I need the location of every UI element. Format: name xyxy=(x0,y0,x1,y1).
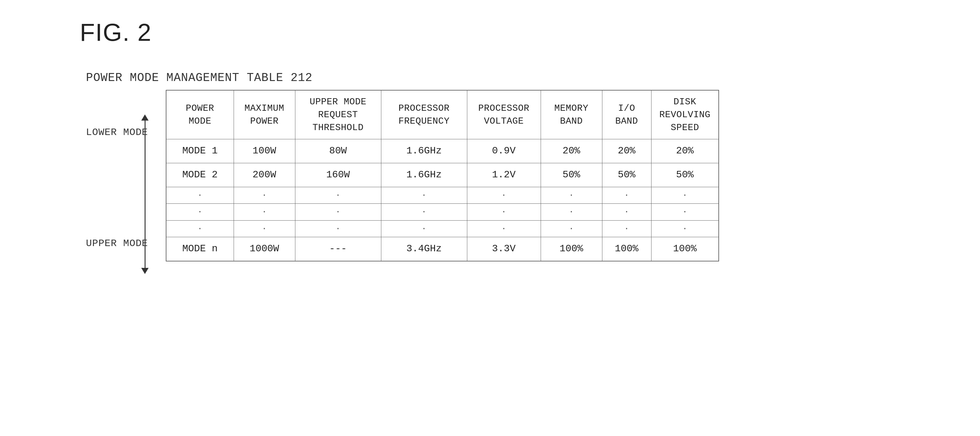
cell-mode-n-io-band: 100% xyxy=(602,237,651,261)
cell-mode-n-disk-speed: 100% xyxy=(651,237,719,261)
header-io-band: I/O BAND xyxy=(602,90,651,139)
bidirectional-arrow xyxy=(141,114,149,274)
cell-mode-n-power-mode: MODE n xyxy=(166,237,234,261)
lower-mode-label: LOWER MODE xyxy=(86,127,148,138)
cell-mode-n-mem-band: 100% xyxy=(541,237,602,261)
table-row-dots-2: · · · · · · · · xyxy=(166,204,719,220)
dots-cell: · xyxy=(602,187,651,204)
dots-cell: · xyxy=(166,220,234,237)
dots-cell: · xyxy=(467,187,541,204)
table-with-labels: LOWER MODE UPPER MODE POWER MODE MAXIMUM… xyxy=(166,90,719,262)
dots-cell: · xyxy=(651,187,719,204)
table-row-dots-1: · · · · · · · · xyxy=(166,187,719,204)
dots-cell: · xyxy=(651,204,719,220)
dots-cell: · xyxy=(602,204,651,220)
table-row: MODE 1 100W 80W 1.6GHz 0.9V 20% 20% 20% xyxy=(166,139,719,163)
header-power-mode: POWER MODE xyxy=(166,90,234,139)
header-disk-speed: DISK REVOLVING SPEED xyxy=(651,90,719,139)
table-label: POWER MODE MANAGEMENT TABLE 212 xyxy=(86,71,955,84)
cell-mode-1-max-power: 100W xyxy=(234,139,295,163)
header-proc-volt: PROCESSOR VOLTAGE xyxy=(467,90,541,139)
cell-mode-2-max-power: 200W xyxy=(234,163,295,187)
dots-cell: · xyxy=(651,220,719,237)
cell-mode-n-max-power: 1000W xyxy=(234,237,295,261)
dots-cell: · xyxy=(541,220,602,237)
dots-cell: · xyxy=(381,204,467,220)
dots-cell: · xyxy=(541,204,602,220)
header-max-power: MAXIMUM POWER xyxy=(234,90,295,139)
dots-cell: · xyxy=(295,220,381,237)
header-upper-thresh: UPPER MODE REQUEST THRESHOLD xyxy=(295,90,381,139)
figure-title: FIG. 2 xyxy=(80,18,955,47)
dots-cell: · xyxy=(295,204,381,220)
cell-mode-n-proc-freq: 3.4GHz xyxy=(381,237,467,261)
lower-mode-section: LOWER MODE xyxy=(86,127,148,138)
power-mode-table: POWER MODE MAXIMUM POWER UPPER MODE REQU… xyxy=(166,90,719,262)
cell-mode-1-upper-thresh: 80W xyxy=(295,139,381,163)
cell-mode-1-disk-speed: 20% xyxy=(651,139,719,163)
cell-mode-2-io-band: 50% xyxy=(602,163,651,187)
dots-cell: · xyxy=(467,220,541,237)
cell-mode-2-mem-band: 50% xyxy=(541,163,602,187)
dots-cell: · xyxy=(166,204,234,220)
cell-mode-2-proc-volt: 1.2V xyxy=(467,163,541,187)
cell-mode-2-proc-freq: 1.6GHz xyxy=(381,163,467,187)
table-header-row: POWER MODE MAXIMUM POWER UPPER MODE REQU… xyxy=(166,90,719,139)
cell-mode-1-proc-freq: 1.6GHz xyxy=(381,139,467,163)
cell-mode-n-upper-thresh: --- xyxy=(295,237,381,261)
upper-mode-label: UPPER MODE xyxy=(86,238,148,249)
dots-cell: · xyxy=(234,204,295,220)
dots-cell: · xyxy=(541,187,602,204)
table-row: MODE 2 200W 160W 1.6GHz 1.2V 50% 50% 50% xyxy=(166,163,719,187)
header-proc-freq: PROCESSOR FREQUENCY xyxy=(381,90,467,139)
dots-cell: · xyxy=(295,187,381,204)
page-container: FIG. 2 POWER MODE MANAGEMENT TABLE 212 L… xyxy=(0,0,980,436)
dots-cell: · xyxy=(166,187,234,204)
dots-cell: · xyxy=(381,187,467,204)
arrow-down-icon xyxy=(141,268,149,274)
cell-mode-n-proc-volt: 3.3V xyxy=(467,237,541,261)
cell-mode-1-proc-volt: 0.9V xyxy=(467,139,541,163)
table-row-dots-3: · · · · · · · · xyxy=(166,220,719,237)
cell-mode-1-power-mode: MODE 1 xyxy=(166,139,234,163)
dots-cell: · xyxy=(381,220,467,237)
dots-cell: · xyxy=(234,220,295,237)
dots-cell: · xyxy=(234,187,295,204)
table-section: POWER MODE MANAGEMENT TABLE 212 LOWER MO… xyxy=(86,71,955,263)
dots-cell: · xyxy=(602,220,651,237)
upper-mode-section: UPPER MODE xyxy=(86,238,148,249)
header-mem-band: MEMORY BAND xyxy=(541,90,602,139)
cell-mode-2-disk-speed: 50% xyxy=(651,163,719,187)
cell-mode-1-mem-band: 20% xyxy=(541,139,602,163)
cell-mode-1-io-band: 20% xyxy=(602,139,651,163)
table-row: MODE n 1000W --- 3.4GHz 3.3V 100% 100% 1… xyxy=(166,237,719,261)
dots-cell: · xyxy=(467,204,541,220)
cell-mode-2-power-mode: MODE 2 xyxy=(166,163,234,187)
cell-mode-2-upper-thresh: 160W xyxy=(295,163,381,187)
arrow-up-icon xyxy=(141,114,149,120)
